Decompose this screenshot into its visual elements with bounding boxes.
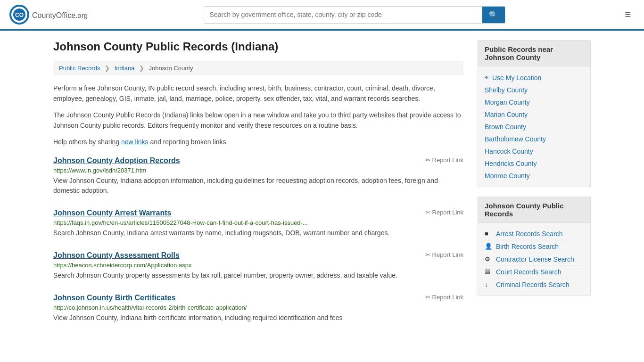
records-icon: 🏛 bbox=[485, 268, 492, 276]
county-records-body: ■ Arrest Records Search 👤 Birth Records … bbox=[478, 223, 590, 296]
report-link[interactable]: ✂ Report Link bbox=[425, 156, 463, 164]
records-icon: ↓ bbox=[485, 281, 492, 288]
report-link[interactable]: ✂ Report Link bbox=[425, 209, 463, 216]
sharing-text-after: and reporting broken links. bbox=[149, 138, 228, 146]
sidebar-records-link: 🏛 Court Records Search bbox=[485, 266, 584, 279]
record-header: Johnson County Birth Certificates ✂ Repo… bbox=[53, 294, 463, 304]
county-records-section: Johnson County Public Records ■ Arrest R… bbox=[478, 197, 591, 296]
breadcrumb: Public Records ❯ Indiana ❯ Johnson Count… bbox=[53, 61, 463, 75]
record-title[interactable]: Johnson County Birth Certificates bbox=[53, 294, 176, 302]
use-my-location-item[interactable]: ⌖ Use My Location bbox=[485, 71, 584, 84]
breadcrumb-separator-2: ❯ bbox=[139, 65, 144, 72]
logo-suffix: .org bbox=[75, 11, 88, 19]
location-icon: ⌖ bbox=[485, 74, 488, 82]
record-entry: Johnson County Assessment Rolls ✂ Report… bbox=[53, 251, 463, 280]
sharing-paragraph: Help others by sharing new links and rep… bbox=[53, 137, 463, 147]
record-title[interactable]: Johnson County Arrest Warrants bbox=[53, 209, 171, 217]
record-entry: Johnson County Arrest Warrants ✂ Report … bbox=[53, 209, 463, 238]
sidebar-nearby-county: Bartholomew County bbox=[485, 133, 584, 145]
scissors-icon: ✂ bbox=[425, 209, 430, 216]
record-header: Johnson County Arrest Warrants ✂ Report … bbox=[53, 209, 463, 219]
scissors-icon: ✂ bbox=[425, 251, 430, 258]
sidebar-records-link: 👤 Birth Records Search bbox=[485, 240, 584, 253]
records-link[interactable]: Birth Records Search bbox=[496, 243, 559, 250]
sidebar-records-link: ⚙ Contractor License Search bbox=[485, 253, 584, 266]
sidebar-nearby-county: Morgan County bbox=[485, 96, 584, 108]
sidebar-nearby-county: Hendricks County bbox=[485, 157, 584, 170]
nearby-body: ⌖ Use My Location Shelby CountyMorgan Co… bbox=[478, 66, 590, 187]
record-title[interactable]: Johnson County Adoption Records bbox=[53, 156, 180, 165]
logo-area: CO CountyOffice.org bbox=[9, 5, 88, 25]
county-records-header: Johnson County Public Records bbox=[478, 197, 590, 223]
record-url[interactable]: http://co.johnson.in.us/health/vital-rec… bbox=[53, 304, 463, 311]
county-link[interactable]: Brown County bbox=[485, 123, 526, 131]
records-links-list: ■ Arrest Records Search 👤 Birth Records … bbox=[485, 228, 584, 291]
record-description: Search Johnson County property assessmen… bbox=[53, 271, 463, 280]
svg-text:CO: CO bbox=[15, 12, 24, 18]
report-link[interactable]: ✂ Report Link bbox=[425, 294, 463, 301]
nearby-section: Public Records near Johnson County ⌖ Use… bbox=[478, 40, 591, 187]
records-icon: ⚙ bbox=[485, 255, 492, 263]
sidebar-nearby-county: Hancock County bbox=[485, 145, 584, 157]
page-title: Johnson County Public Records (Indiana) bbox=[53, 40, 463, 53]
report-link[interactable]: ✂ Report Link bbox=[425, 251, 463, 258]
county-link[interactable]: Hendricks County bbox=[485, 160, 537, 167]
sidebar-records-link: ■ Arrest Records Search bbox=[485, 228, 584, 240]
record-url[interactable]: https://www.in.gov/isdh/20371.htm bbox=[53, 167, 463, 174]
breadcrumb-johnson-county: Johnson County bbox=[149, 65, 193, 72]
record-title[interactable]: Johnson County Assessment Rolls bbox=[53, 251, 180, 260]
records-icon: ■ bbox=[485, 230, 492, 238]
logo-icon: CO bbox=[9, 5, 29, 25]
county-link[interactable]: Hancock County bbox=[485, 148, 533, 155]
nearby-counties-list: Shelby CountyMorgan CountyMarion CountyB… bbox=[485, 84, 584, 182]
logo-text: CountyOffice.org bbox=[32, 9, 88, 20]
record-header: Johnson County Adoption Records ✂ Report… bbox=[53, 156, 463, 167]
county-link[interactable]: Bartholomew County bbox=[485, 135, 546, 143]
scissors-icon: ✂ bbox=[425, 294, 430, 301]
use-my-location-link[interactable]: Use My Location bbox=[492, 74, 541, 82]
logo-name: CountyOffice bbox=[32, 11, 75, 19]
intro-paragraph-2: The Johnson County Public Records (India… bbox=[53, 110, 463, 131]
breadcrumb-public-records[interactable]: Public Records bbox=[59, 65, 100, 72]
records-icon: 👤 bbox=[485, 243, 492, 250]
search-icon: 🔍 bbox=[489, 11, 498, 19]
county-link[interactable]: Shelby County bbox=[485, 86, 528, 94]
nearby-header: Public Records near Johnson County bbox=[478, 41, 590, 66]
record-description: Search Johnson County, Indiana arrest wa… bbox=[53, 228, 463, 238]
hamburger-icon: ≡ bbox=[625, 8, 631, 20]
records-container: Johnson County Adoption Records ✂ Report… bbox=[53, 156, 463, 323]
menu-button[interactable]: ≡ bbox=[621, 7, 635, 23]
record-url[interactable]: https://beacon.schneidercorp.com/Applica… bbox=[53, 262, 463, 269]
sidebar: Public Records near Johnson County ⌖ Use… bbox=[478, 40, 591, 336]
record-description: View Johnson County, Indiana adoption in… bbox=[53, 176, 463, 196]
search-area: 🔍 bbox=[204, 6, 505, 24]
site-header: CO CountyOffice.org 🔍 ≡ bbox=[0, 0, 644, 31]
sharing-text-before: Help others by sharing bbox=[53, 138, 121, 146]
record-header: Johnson County Assessment Rolls ✂ Report… bbox=[53, 251, 463, 262]
scissors-icon: ✂ bbox=[425, 156, 430, 164]
record-entry: Johnson County Adoption Records ✂ Report… bbox=[53, 156, 463, 196]
records-link[interactable]: Contractor License Search bbox=[496, 255, 574, 263]
record-entry: Johnson County Birth Certificates ✂ Repo… bbox=[53, 294, 463, 323]
records-link[interactable]: Court Records Search bbox=[496, 268, 561, 276]
main-container: Johnson County Public Records (Indiana) … bbox=[39, 31, 605, 346]
records-link[interactable]: Criminal Records Search bbox=[496, 281, 570, 288]
sidebar-nearby-county: Shelby County bbox=[485, 84, 584, 96]
breadcrumb-separator-1: ❯ bbox=[105, 65, 110, 72]
search-input[interactable] bbox=[204, 7, 482, 22]
intro-paragraph-1: Perform a free Johnson County, IN public… bbox=[53, 83, 463, 104]
sidebar-nearby-county: Monroe County bbox=[485, 170, 584, 182]
sidebar-records-link: ↓ Criminal Records Search bbox=[485, 279, 584, 291]
record-url[interactable]: https://faqs.in.gov/hc/en-us/articles/11… bbox=[53, 219, 463, 226]
records-link[interactable]: Arrest Records Search bbox=[496, 230, 563, 238]
new-links-link[interactable]: new links bbox=[121, 138, 149, 146]
breadcrumb-indiana[interactable]: Indiana bbox=[115, 65, 135, 72]
record-description: View Johnson County, Indiana birth certi… bbox=[53, 313, 463, 323]
sidebar-nearby-county: Brown County bbox=[485, 121, 584, 133]
sidebar-nearby-county: Marion County bbox=[485, 108, 584, 121]
county-link[interactable]: Marion County bbox=[485, 111, 528, 118]
content-area: Johnson County Public Records (Indiana) … bbox=[53, 40, 463, 336]
search-button[interactable]: 🔍 bbox=[482, 7, 505, 23]
county-link[interactable]: Monroe County bbox=[485, 172, 530, 180]
county-link[interactable]: Morgan County bbox=[485, 99, 530, 106]
